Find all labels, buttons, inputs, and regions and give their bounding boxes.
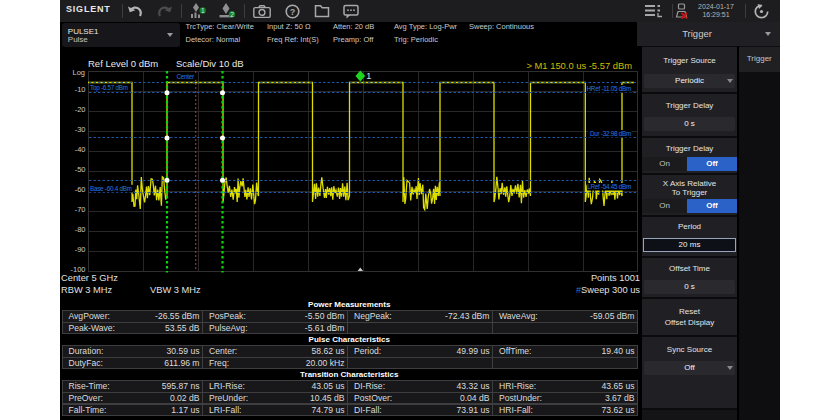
svg-text:-60: -60 bbox=[75, 185, 86, 194]
svg-text:-50: -50 bbox=[75, 165, 86, 174]
svg-text:-10: -10 bbox=[75, 85, 86, 94]
svg-text:Log: Log bbox=[72, 68, 85, 77]
svg-text:Center 5 GHz: Center 5 GHz bbox=[61, 273, 118, 283]
svg-text:VBW 3 MHz: VBW 3 MHz bbox=[150, 285, 201, 295]
svg-text:Center: Center bbox=[177, 73, 195, 80]
svg-text:Dur -32.98 dBm: Dur -32.98 dBm bbox=[590, 130, 631, 137]
svg-text:LRef -54.45 dBm: LRef -54.45 dBm bbox=[587, 183, 631, 190]
svg-text:2: 2 bbox=[230, 11, 234, 18]
svg-text:#Sweep 300 us: #Sweep 300 us bbox=[576, 285, 640, 295]
svg-text:RBW 3 MHz: RBW 3 MHz bbox=[61, 285, 112, 295]
svg-text:1: 1 bbox=[366, 71, 371, 81]
svg-text:HRef -11.05 dBm: HRef -11.05 dBm bbox=[587, 85, 631, 92]
svg-text:-90: -90 bbox=[75, 245, 86, 254]
svg-text:Base -60.4 dBm: Base -60.4 dBm bbox=[90, 185, 132, 192]
svg-text:> M1 150.0 us -5.57 dBm: > M1 150.0 us -5.57 dBm bbox=[526, 60, 632, 71]
svg-text:-80: -80 bbox=[75, 225, 86, 234]
svg-text:-70: -70 bbox=[75, 205, 86, 214]
svg-text:-20: -20 bbox=[75, 105, 86, 114]
svg-text:?: ? bbox=[290, 6, 296, 16]
svg-text:Ref Level 0 dBm: Ref Level 0 dBm bbox=[88, 58, 158, 69]
svg-text:Scale/Div 10 dB: Scale/Div 10 dB bbox=[176, 58, 244, 69]
svg-text:-40: -40 bbox=[75, 145, 86, 154]
svg-text:-30: -30 bbox=[75, 125, 86, 134]
svg-text:1: 1 bbox=[201, 7, 205, 14]
svg-text:Top -6.57 dBm: Top -6.57 dBm bbox=[90, 84, 128, 92]
svg-text:Points 1001: Points 1001 bbox=[591, 273, 640, 283]
